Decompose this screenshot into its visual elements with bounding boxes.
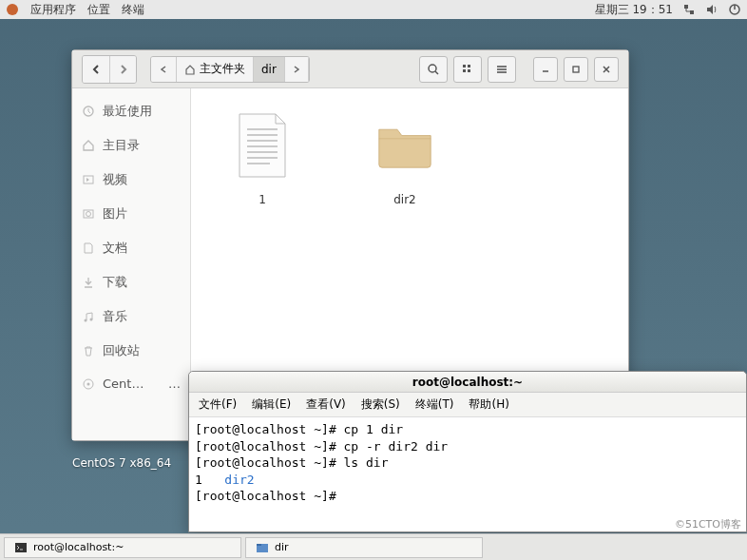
sidebar-item-trash[interactable]: 回收站 [72, 334, 190, 368]
sidebar-item-label: 最近使用 [103, 103, 152, 120]
sidebar-item-media[interactable]: Cent…… [72, 368, 190, 399]
sidebar-item-recent[interactable]: 最近使用 [72, 94, 190, 128]
svg-rect-1 [684, 5, 688, 9]
svg-rect-33 [257, 544, 261, 546]
network-icon[interactable] [682, 3, 696, 16]
file-text[interactable]: 1 [220, 107, 305, 206]
menu-edit[interactable]: 编辑(E) [252, 396, 291, 413]
terminal-window: root@localhost:~ 文件(F) 编辑(E) 查看(V) 搜索(S)… [188, 371, 747, 532]
menu-search[interactable]: 搜索(S) [361, 396, 400, 413]
svg-line-6 [435, 71, 438, 74]
svg-point-0 [7, 4, 18, 15]
file-label: dir2 [393, 193, 416, 206]
menu-applications[interactable]: 应用程序 [30, 2, 76, 18]
files-toolbar: 主文件夹 dir [72, 50, 628, 88]
svg-rect-15 [573, 67, 579, 72]
svg-point-20 [85, 319, 87, 322]
svg-point-23 [87, 382, 90, 385]
close-button[interactable] [594, 57, 619, 82]
terminal-body[interactable]: [root@localhost ~]# cp 1 dir [root@local… [189, 417, 746, 531]
watermark: ©51CTO博客 [675, 517, 741, 531]
terminal-dir: dir2 [224, 473, 254, 487]
menu-places[interactable]: 位置 [87, 2, 110, 18]
menu-help[interactable]: 帮助(H) [469, 396, 508, 413]
maximize-button[interactable] [564, 57, 588, 82]
svg-rect-8 [468, 65, 470, 68]
terminal-line: [root@localhost ~]# [195, 489, 344, 503]
menu-view[interactable]: 查看(V) [306, 396, 346, 413]
pathbar-toggle[interactable] [151, 57, 177, 82]
sidebar-item-documents[interactable]: 文档 [72, 231, 190, 265]
power-icon[interactable] [728, 3, 741, 16]
taskbar-item-label: dir [275, 541, 289, 553]
sidebar-item-label: 图片 [103, 205, 127, 222]
sidebar-item-label: Cent… [103, 377, 144, 391]
view-list-button[interactable] [453, 56, 482, 83]
terminal-line: 1 [195, 473, 224, 487]
text-file-icon [232, 107, 293, 183]
sidebar-item-label: 下载 [103, 274, 127, 291]
search-button[interactable] [419, 56, 448, 83]
volume-icon[interactable] [705, 3, 718, 16]
gnome-foot-icon [6, 3, 19, 16]
sidebar: 最近使用 主目录 视频 图片 文档 下载 音乐 回收站 Cent…… [72, 88, 191, 440]
taskbar-item-terminal[interactable]: root@localhost:~ [4, 537, 241, 558]
sidebar-item-home[interactable]: 主目录 [72, 128, 190, 163]
svg-point-21 [90, 319, 93, 321]
pathbar-current[interactable]: dir [254, 57, 285, 82]
pathbar: 主文件夹 dir [150, 56, 310, 83]
desktop: 主文件夹 dir [0, 19, 747, 533]
minimize-button[interactable] [533, 57, 558, 82]
svg-rect-2 [690, 10, 694, 14]
sidebar-item-music[interactable]: 音乐 [72, 299, 190, 334]
taskbar-item-files[interactable]: dir [245, 537, 483, 558]
svg-rect-7 [463, 65, 466, 68]
svg-rect-31 [15, 543, 27, 552]
home-icon [184, 64, 196, 75]
menu-terminal[interactable]: 终端(T) [415, 396, 454, 413]
taskbar-item-label: root@localhost:~ [33, 541, 124, 553]
sidebar-item-videos[interactable]: 视频 [72, 163, 190, 197]
svg-rect-10 [468, 69, 470, 72]
pathbar-home-label: 主文件夹 [200, 61, 245, 77]
pathbar-current-label: dir [261, 63, 277, 76]
sidebar-item-downloads[interactable]: 下载 [72, 265, 190, 299]
hamburger-menu-button[interactable] [488, 56, 516, 83]
sidebar-item-label: 主目录 [103, 137, 140, 154]
pathbar-expand[interactable] [285, 57, 309, 82]
terminal-line: [root@localhost ~]# ls dir [195, 455, 389, 470]
back-button[interactable] [83, 56, 109, 83]
pathbar-home[interactable]: 主文件夹 [177, 57, 254, 82]
menu-file[interactable]: 文件(F) [199, 396, 237, 413]
terminal-titlebar[interactable]: root@localhost:~ [189, 372, 746, 393]
taskbar: root@localhost:~ dir [0, 533, 747, 560]
sidebar-item-pictures[interactable]: 图片 [72, 197, 190, 231]
svg-point-5 [429, 65, 436, 72]
terminal-icon [14, 541, 28, 554]
terminal-line: [root@localhost ~]# cp -r dir2 dir [195, 439, 448, 454]
sidebar-item-label: 文档 [103, 240, 127, 257]
sidebar-item-label: 视频 [103, 171, 127, 188]
top-panel: 应用程序 位置 终端 星期三 19：51 [0, 0, 747, 19]
folder-icon [256, 541, 269, 554]
file-label: 1 [259, 193, 266, 206]
svg-point-19 [86, 212, 91, 217]
clock[interactable]: 星期三 19：51 [595, 2, 673, 18]
forward-button[interactable] [109, 56, 136, 83]
sidebar-item-label: 回收站 [103, 342, 140, 359]
svg-rect-9 [463, 69, 466, 72]
desktop-os-label: CentOS 7 x86_64 [72, 456, 171, 470]
menu-terminal-shortcut[interactable]: 终端 [122, 2, 144, 18]
sidebar-item-label: 音乐 [103, 308, 127, 325]
terminal-line: [root@localhost ~]# cp 1 dir [195, 422, 403, 436]
folder-icon [374, 107, 435, 183]
terminal-menubar: 文件(F) 编辑(E) 查看(V) 搜索(S) 终端(T) 帮助(H) [189, 393, 746, 417]
file-folder[interactable]: dir2 [362, 107, 448, 206]
